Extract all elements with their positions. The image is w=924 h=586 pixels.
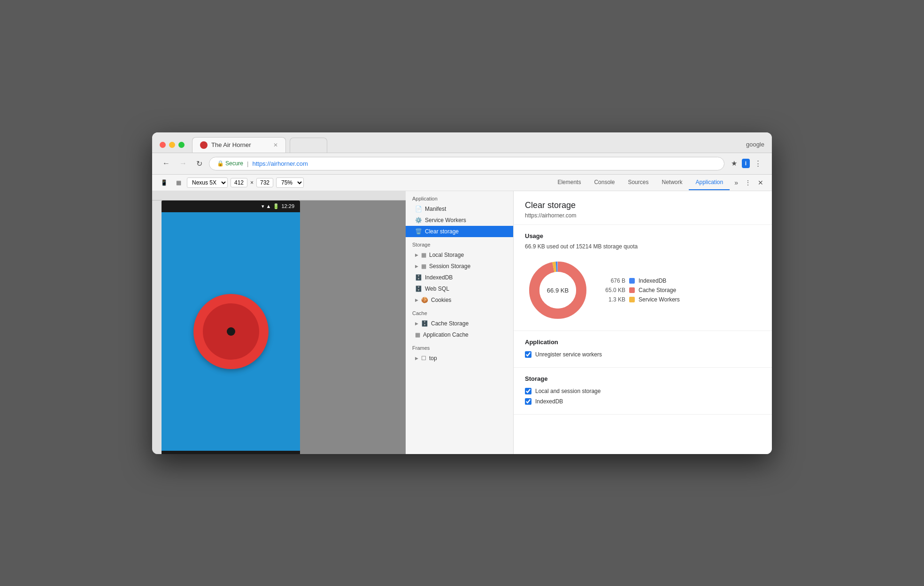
time-display: 12:29 [281, 203, 294, 209]
more-tabs-button[interactable]: » [732, 177, 741, 188]
device-select[interactable]: Nexus 5X [187, 177, 228, 188]
viewport: ▾ ▲ 🔋 12:29 [152, 191, 406, 454]
sidebar-label-storage: Storage [406, 237, 513, 249]
ruler-vertical [152, 200, 162, 454]
window-controls [160, 142, 185, 153]
checkbox-local-session-storage-label: Local and session storage [535, 388, 601, 394]
sidebar-session-storage-label: Session Storage [429, 263, 470, 270]
panel-storage-section: Storage Local and session storage Indexe… [514, 368, 772, 415]
panel-header: Clear storage https://airhorner.com [514, 191, 772, 225]
manifest-icon: 📄 [415, 206, 422, 212]
bookmark-button[interactable]: ★ [728, 157, 740, 170]
sidebar-item-clear-storage[interactable]: 🗑️ Clear storage [406, 226, 513, 237]
legend-color-cache-storage [629, 287, 635, 293]
legend-label-cache-storage: Cache Storage [639, 287, 676, 293]
checkbox-unregister-sw-label: Unregister service workers [535, 351, 602, 358]
sidebar-top-label: top [429, 355, 437, 362]
zoom-select[interactable]: 75% [276, 177, 304, 188]
sidebar-item-local-storage[interactable]: ▶ ▦ Local Storage [406, 249, 513, 261]
legend-color-indexeddb [629, 278, 635, 284]
checkbox-indexeddb: IndexedDB [525, 396, 761, 407]
sidebar-label-cache: Cache [406, 306, 513, 318]
sidebar-item-cookies[interactable]: ▶ 🍪 Cookies [406, 294, 513, 306]
checkbox-indexeddb-input[interactable] [525, 398, 531, 405]
height-input[interactable] [256, 178, 273, 187]
sidebar-item-service-workers[interactable]: ⚙️ Service Workers [406, 215, 513, 226]
dimension-separator: × [250, 179, 254, 186]
sidebar-cookies-label: Cookies [431, 297, 451, 303]
clear-storage-icon: 🗑️ [415, 228, 422, 235]
service-workers-icon: ⚙️ [415, 217, 422, 224]
inspect-element-button[interactable]: ▦ [173, 177, 184, 188]
sidebar-item-manifest[interactable]: 📄 Manifest [406, 203, 513, 215]
cookies-icon: 🍪 [421, 297, 428, 303]
reload-button[interactable]: ↻ [193, 157, 205, 170]
sidebar-local-storage-label: Local Storage [429, 252, 464, 258]
top-arrow: ▶ [415, 356, 418, 361]
minimize-button[interactable] [169, 142, 175, 148]
tab-sources[interactable]: Sources [621, 175, 655, 190]
menu-button[interactable]: ⋮ [752, 157, 764, 170]
devtools-menu-button[interactable]: ⋮ [742, 177, 754, 188]
donut-label: 66.9 KB [547, 286, 569, 293]
session-storage-icon: ▦ [421, 263, 426, 270]
local-storage-arrow: ▶ [415, 253, 418, 257]
address-url: https://airhorner.com [252, 160, 308, 167]
usage-text: 66.9 KB used out of 15214 MB storage quo… [525, 243, 761, 250]
sidebar-clear-storage-label: Clear storage [425, 228, 459, 235]
sidebar-cache-storage-label: Cache Storage [431, 320, 469, 327]
sidebar-item-cache-storage[interactable]: ▶ 🗄️ Cache Storage [406, 318, 513, 329]
session-storage-arrow: ▶ [415, 264, 418, 269]
devtools-close-button[interactable]: ✕ [755, 177, 766, 188]
width-input[interactable] [231, 178, 247, 187]
indexeddb-icon: 🗄️ [415, 274, 422, 281]
legend-item-cache-storage: 65.0 KB Cache Storage [602, 287, 680, 293]
application-cache-icon: ▦ [415, 332, 420, 338]
wifi-icon: ▾ [262, 203, 264, 209]
secure-badge: 🔒 Secure [217, 160, 243, 167]
extension-button[interactable]: i [742, 159, 750, 168]
back-button[interactable]: ← [160, 157, 173, 170]
legend-size-indexeddb: 676 B [602, 278, 625, 284]
checkbox-local-session-storage-input[interactable] [525, 388, 531, 394]
legend-label-service-workers: Service Workers [639, 296, 680, 303]
lock-icon: 🔒 [217, 160, 224, 167]
sidebar-item-application-cache[interactable]: ▦ Application Cache [406, 329, 513, 340]
tab-favicon [200, 141, 208, 149]
sidebar-item-indexeddb[interactable]: 🗄️ IndexedDB [406, 272, 513, 283]
local-storage-icon: ▦ [421, 252, 426, 258]
horn-outer-circle[interactable] [193, 294, 269, 369]
close-button[interactable] [160, 142, 166, 148]
sidebar-label-frames: Frames [406, 340, 513, 353]
sidebar-item-web-sql[interactable]: 🗄️ Web SQL [406, 283, 513, 294]
chart-legend: 676 B IndexedDB 65.0 KB Cache Storage 1.… [602, 278, 680, 303]
google-account: google [746, 141, 764, 153]
legend-label-indexeddb: IndexedDB [639, 278, 666, 284]
application-section-title: Application [525, 339, 761, 346]
phone-frame: ▾ ▲ 🔋 12:29 [162, 200, 300, 454]
sidebar-item-session-storage[interactable]: ▶ ▦ Session Storage [406, 261, 513, 272]
tab-close-button[interactable]: ✕ [273, 142, 278, 148]
sidebar-web-sql-label: Web SQL [425, 285, 449, 292]
legend-size-service-workers: 1.3 KB [602, 296, 625, 303]
checkbox-unregister-sw: Unregister service workers [525, 349, 761, 360]
checkbox-unregister-sw-input[interactable] [525, 351, 531, 358]
cache-storage-icon: 🗄️ [421, 320, 428, 327]
phone-status-bar: ▾ ▲ 🔋 12:29 [162, 200, 300, 212]
forward-button[interactable]: → [177, 157, 190, 170]
browser-tab[interactable]: The Air Horner ✕ [192, 137, 286, 153]
devtools-bar: 📱 ▦ Nexus 5X × 75% Elements Console Sour… [152, 175, 772, 191]
address-field[interactable]: 🔒 Secure | https://airhorner.com [209, 157, 724, 170]
panel-url: https://airhorner.com [525, 212, 761, 219]
tab-elements[interactable]: Elements [551, 175, 587, 190]
tab-console[interactable]: Console [587, 175, 621, 190]
tab-network[interactable]: Network [655, 175, 689, 190]
title-bar: The Air Horner ✕ google [152, 132, 772, 153]
device-toolbar-toggle[interactable]: 📱 [158, 177, 170, 188]
browser-window: The Air Horner ✕ google ← → ↻ 🔒 Secure |… [152, 132, 772, 454]
ruler-horizontal [152, 191, 406, 200]
maximize-button[interactable] [178, 142, 185, 148]
new-tab-area[interactable] [290, 138, 327, 153]
sidebar-item-top[interactable]: ▶ ☐ top [406, 353, 513, 364]
tab-application[interactable]: Application [689, 175, 730, 190]
